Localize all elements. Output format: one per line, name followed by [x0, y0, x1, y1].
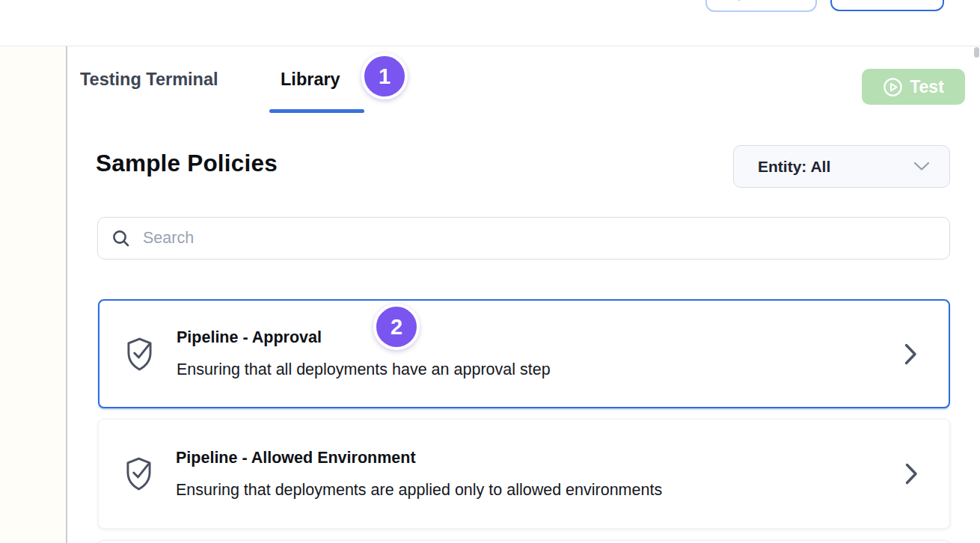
search-bar — [97, 217, 950, 260]
tab-testing-terminal[interactable]: Testing Terminal — [80, 70, 218, 90]
active-tab-underline — [269, 109, 364, 113]
play-circle-icon — [883, 77, 903, 97]
step-badge-2: 2 — [373, 304, 420, 350]
header-divider — [0, 46, 980, 46]
test-button-label: Test — [910, 77, 944, 97]
chevron-right-icon — [905, 463, 918, 485]
shield-check-icon — [126, 456, 152, 491]
policy-texts: Pipeline - Allowed Environment Ensuring … — [176, 449, 905, 500]
entity-filter-dropdown[interactable]: Entity: All — [733, 145, 950, 188]
policy-texts: Pipeline - Approval Ensuring that all de… — [177, 328, 904, 379]
scrollbar-thumb[interactable] — [974, 47, 979, 58]
discard-button-label: Discard — [857, 0, 918, 4]
policy-description: Ensuring that deployments are applied on… — [176, 481, 905, 500]
library-page: Save Discard Testing Terminal Library 1 … — [0, 0, 980, 543]
search-icon — [111, 229, 131, 248]
discard-button[interactable]: Discard — [830, 0, 944, 11]
policy-title: Pipeline - Approval — [177, 328, 904, 347]
search-input[interactable] — [143, 229, 936, 248]
save-button-label: Save — [750, 0, 788, 4]
chevron-right-icon — [904, 343, 917, 365]
entity-filter-value: Entity: All — [758, 158, 913, 176]
policy-card-pipeline-approval[interactable]: Pipeline - Approval Ensuring that all de… — [98, 299, 950, 408]
policy-card-partial[interactable] — [98, 540, 950, 543]
policy-title: Pipeline - Allowed Environment — [176, 449, 905, 467]
test-button[interactable]: Test — [862, 69, 965, 105]
step-badge-1: 1 — [361, 53, 408, 99]
chevron-down-icon — [913, 162, 930, 171]
save-button[interactable]: Save — [705, 0, 817, 12]
policy-description: Ensuring that all deployments have an ap… — [177, 361, 904, 379]
left-rail — [0, 46, 66, 543]
policy-card-pipeline-allowed-environment[interactable]: Pipeline - Allowed Environment Ensuring … — [98, 419, 950, 529]
shield-check-icon — [126, 337, 153, 372]
panel-divider — [66, 46, 67, 543]
tab-library[interactable]: Library — [281, 70, 340, 90]
page-title: Sample Policies — [96, 150, 278, 177]
upload-icon — [734, 0, 744, 1]
top-header: Save Discard — [0, 0, 980, 46]
